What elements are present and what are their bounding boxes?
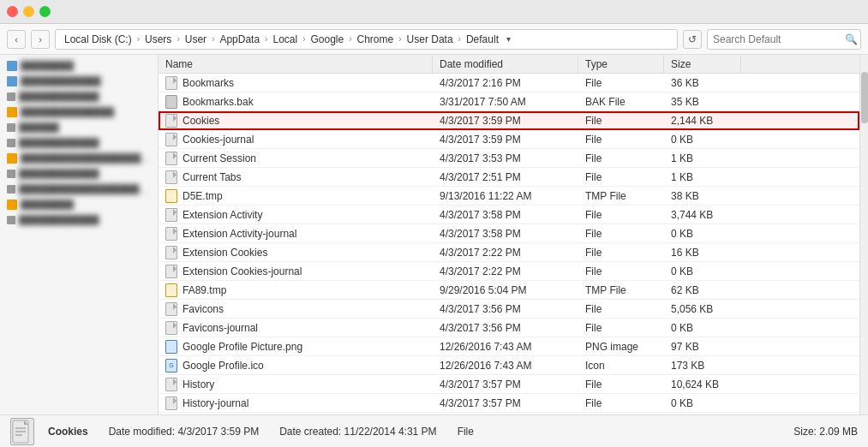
- sidebar-item[interactable]: ████████: [0, 58, 158, 74]
- breadcrumb-item[interactable]: Local: [269, 33, 301, 45]
- breadcrumb-item[interactable]: Chrome: [354, 33, 398, 45]
- breadcrumb-item[interactable]: Users: [141, 33, 175, 45]
- file-list-header: Name Date modified Type Size: [159, 55, 859, 74]
- sidebar-item[interactable]: ████████████: [0, 212, 158, 228]
- table-row[interactable]: Current Session 4/3/2017 3:53 PM File 1 …: [159, 149, 859, 168]
- file-cell-size: 16 KB: [664, 247, 741, 259]
- file-cell-size: 5,056 KB: [664, 303, 741, 315]
- sidebar-item-label: ████████████: [19, 215, 99, 225]
- file-cell-name: Google Profile Picture.png: [159, 340, 433, 354]
- breadcrumb-sep: ›: [265, 34, 267, 44]
- column-header-date[interactable]: Date modified: [433, 55, 578, 73]
- maximize-button[interactable]: [39, 6, 51, 17]
- sidebar-item-label: ████████: [21, 200, 74, 210]
- table-row[interactable]: Cookies 4/3/2017 3:59 PM File 2,144 KB: [159, 111, 859, 130]
- table-row[interactable]: Extension Activity 4/3/2017 3:58 PM File…: [159, 206, 859, 224]
- scrollbar-thumb[interactable]: [861, 72, 868, 123]
- minimize-button[interactable]: [23, 6, 34, 17]
- file-cell-date: 12/26/2016 7:43 AM: [433, 341, 578, 353]
- table-row[interactable]: Cookies-journal 4/3/2017 3:59 PM File 0 …: [159, 130, 859, 149]
- file-cell-name: History: [159, 378, 433, 391]
- sidebar-item[interactable]: ████████████████████████: [0, 182, 158, 197]
- file-name: Extension Cookies: [183, 247, 267, 259]
- breadcrumb-item[interactable]: User Data: [404, 33, 457, 45]
- file-name: Google Profile.ico: [183, 360, 264, 372]
- status-bar: Cookies Date modified: 4/3/2017 3:59 PM …: [0, 414, 868, 447]
- file-cell-size: 173 KB: [664, 360, 741, 372]
- forward-button[interactable]: ›: [31, 30, 50, 49]
- table-row[interactable]: Bookmarks.bak 3/31/2017 7:50 AM BAK File…: [159, 92, 859, 111]
- file-name: Favicons-journal: [183, 322, 258, 334]
- table-row[interactable]: Favicons-journal 4/3/2017 3:56 PM File 0…: [159, 319, 859, 337]
- search-icon[interactable]: 🔍: [845, 33, 858, 45]
- breadcrumb-sep: ›: [349, 34, 351, 44]
- column-header-name[interactable]: Name: [159, 55, 433, 73]
- breadcrumb-sep: ›: [137, 34, 140, 44]
- sidebar-item[interactable]: ██████████████: [0, 104, 158, 120]
- file-name: Extension Activity-journal: [183, 228, 296, 240]
- status-file-icon: [10, 418, 34, 445]
- file-cell-date: 9/13/2016 11:22 AM: [433, 190, 578, 202]
- breadcrumb-item[interactable]: Default: [463, 33, 502, 45]
- breadcrumb-sep: ›: [177, 34, 179, 44]
- sidebar-icon: [7, 153, 17, 164]
- file-name: History-journal: [183, 397, 248, 409]
- breadcrumb-item[interactable]: User: [182, 33, 210, 45]
- file-cell-name: History-journal: [159, 396, 433, 410]
- file-name: Cookies-journal: [183, 134, 254, 146]
- file-cell-date: 4/3/2017 3:56 PM: [433, 303, 578, 315]
- scrollbar[interactable]: [859, 55, 868, 414]
- column-header-size[interactable]: Size: [664, 55, 741, 73]
- sidebar-icon: [7, 76, 17, 86]
- sidebar-item-label: ████████████████████████: [19, 184, 151, 194]
- breadcrumb-item[interactable]: AppData: [216, 33, 263, 45]
- sidebar-item[interactable]: ████████████████████: [0, 151, 158, 166]
- file-cell-name: Cookies: [159, 114, 433, 128]
- back-button[interactable]: ‹: [7, 30, 26, 49]
- table-row[interactable]: History 4/3/2017 3:57 PM File 10,624 KB: [159, 375, 859, 394]
- file-cell-size: 38 KB: [664, 190, 741, 202]
- sidebar-item[interactable]: ██████: [0, 120, 158, 135]
- file-rows: Bookmarks 4/3/2017 2:16 PM File 36 KB Bo…: [159, 74, 859, 413]
- status-type: File: [458, 426, 474, 438]
- table-row[interactable]: Current Tabs 4/3/2017 2:51 PM File 1 KB: [159, 168, 859, 187]
- column-header-type[interactable]: Type: [578, 55, 664, 73]
- sidebar-icon: [7, 139, 15, 147]
- table-row[interactable]: FA89.tmp 9/29/2016 5:04 PM TMP File 62 K…: [159, 281, 859, 300]
- table-row[interactable]: Favicons 4/3/2017 3:56 PM File 5,056 KB: [159, 300, 859, 319]
- breadcrumb-item[interactable]: Google: [307, 33, 347, 45]
- file-cell-date: 4/3/2017 3:58 PM: [433, 209, 578, 221]
- sidebar-item[interactable]: ████████████: [0, 166, 158, 182]
- breadcrumb[interactable]: Local Disk (C:) › Users › User › AppData…: [55, 29, 678, 50]
- sidebar-item[interactable]: ████████████: [0, 74, 158, 89]
- file-icon: [165, 321, 177, 335]
- file-cell-name: Extension Cookies: [159, 246, 433, 259]
- table-row[interactable]: G Google Profile.ico 12/26/2016 7:43 AM …: [159, 356, 859, 375]
- file-cell-date: 4/3/2017 3:56 PM: [433, 322, 578, 334]
- file-cell-date: 4/3/2017 3:53 PM: [433, 152, 578, 164]
- file-cell-size: 97 KB: [664, 341, 741, 353]
- file-name: FA89.tmp: [183, 284, 226, 296]
- table-row[interactable]: Extension Cookies 4/3/2017 2:22 PM File …: [159, 243, 859, 262]
- file-cell-date: 4/3/2017 3:58 PM: [433, 228, 578, 240]
- sidebar-item[interactable]: ████████: [0, 197, 158, 212]
- table-row[interactable]: Extension Cookies-journal 4/3/2017 2:22 …: [159, 262, 859, 281]
- refresh-button[interactable]: ↺: [683, 30, 702, 49]
- table-row[interactable]: D5E.tmp 9/13/2016 11:22 AM TMP File 38 K…: [159, 187, 859, 206]
- search-input[interactable]: [713, 33, 841, 45]
- breadcrumb-sep: ›: [398, 34, 401, 44]
- sidebar-icon: [7, 92, 15, 101]
- file-cell-size: 35 KB: [664, 96, 741, 108]
- sidebar-item[interactable]: ████████████: [0, 135, 158, 151]
- file-cell-type: File: [578, 397, 664, 409]
- close-button[interactable]: [7, 6, 18, 17]
- sidebar-item-label: ████████████████████: [21, 153, 151, 164]
- table-row[interactable]: Bookmarks 4/3/2017 2:16 PM File 36 KB: [159, 74, 859, 92]
- sidebar-item[interactable]: ████████████: [0, 89, 158, 104]
- file-list-container: Name Date modified Type Size Bookmarks 4…: [159, 55, 859, 414]
- breadcrumb-item[interactable]: Local Disk (C:): [61, 33, 135, 45]
- table-row[interactable]: Google Profile Picture.png 12/26/2016 7:…: [159, 337, 859, 356]
- table-row[interactable]: Extension Activity-journal 4/3/2017 3:58…: [159, 224, 859, 243]
- breadcrumb-dropdown[interactable]: ▾: [504, 34, 513, 44]
- table-row[interactable]: History-journal 4/3/2017 3:57 PM File 0 …: [159, 394, 859, 413]
